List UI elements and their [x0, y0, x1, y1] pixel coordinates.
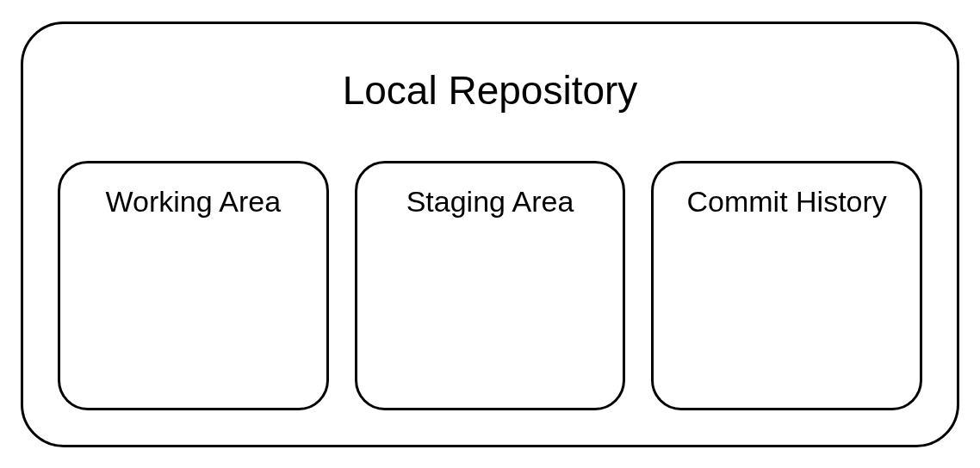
- working-area-label: Working Area: [78, 185, 309, 219]
- commit-history-box: Commit History: [651, 161, 922, 410]
- staging-area-box: Staging Area: [355, 161, 626, 410]
- repository-title: Local Repository: [343, 67, 638, 114]
- sections-row: Working Area Staging Area Commit History: [58, 161, 922, 410]
- staging-area-label: Staging Area: [375, 185, 606, 219]
- local-repository-container: Local Repository Working Area Staging Ar…: [21, 22, 959, 447]
- working-area-box: Working Area: [58, 161, 329, 410]
- commit-history-label: Commit History: [671, 185, 902, 219]
